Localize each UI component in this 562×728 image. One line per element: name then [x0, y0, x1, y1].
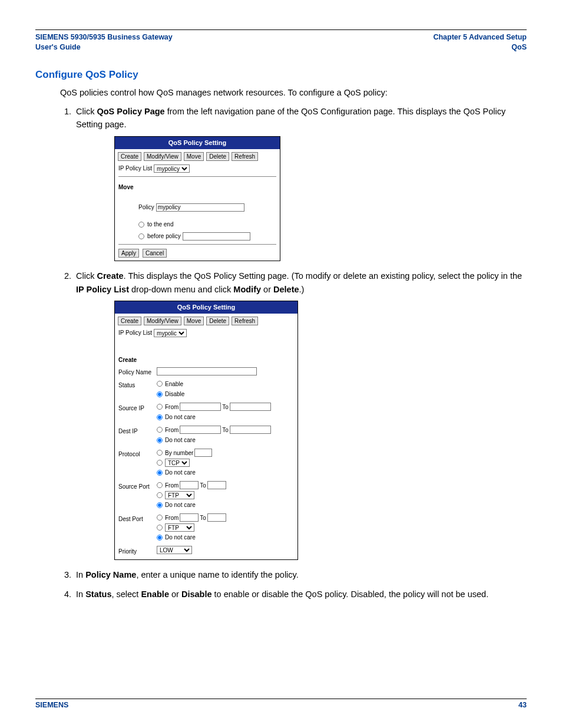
intro-text: QoS policies control how QoS manages net…	[60, 87, 527, 99]
dstip-from-radio[interactable]	[157, 427, 163, 433]
dstport-from-radio[interactable]	[157, 515, 163, 521]
policy-input[interactable]	[156, 203, 244, 212]
move-section-label: Move	[115, 179, 280, 193]
srcport-from-input[interactable]	[180, 481, 199, 489]
step-1: Click QoS Policy Page from the left navi…	[74, 105, 527, 261]
source-port-label: Source Port	[118, 481, 157, 492]
section-title: Configure QoS Policy	[35, 69, 527, 81]
srcport-ftp-radio[interactable]	[157, 492, 163, 498]
dstport-dnc-radio[interactable]	[157, 535, 163, 541]
page-footer: SIEMENS 43	[35, 699, 527, 709]
create-section-label: Create	[115, 352, 297, 366]
delete-button-2[interactable]: Delete	[206, 317, 229, 325]
srcip-from-input[interactable]	[180, 403, 221, 411]
proto-number-input[interactable]	[194, 449, 212, 457]
to-end-label: to the end	[147, 220, 173, 229]
policy-name-label: Policy Name	[118, 367, 157, 377]
priority-label: Priority	[118, 546, 157, 556]
header-left-2: User's Guide	[35, 42, 173, 52]
move-button[interactable]: Move	[184, 152, 204, 161]
footer-right: 43	[518, 701, 527, 709]
protocol-label: Protocol	[118, 449, 157, 459]
footer-left: SIEMENS	[35, 701, 68, 709]
to-end-radio[interactable]	[138, 222, 144, 228]
srcip-dnc-radio[interactable]	[157, 414, 163, 420]
dest-ip-label: Dest IP	[118, 426, 157, 436]
refresh-button-2[interactable]: Refresh	[232, 317, 258, 325]
dstport-select[interactable]: FTP	[165, 523, 194, 532]
ip-policy-list-select-2[interactable]: mypolic	[154, 329, 187, 337]
proto-tcp-radio[interactable]	[157, 460, 163, 466]
create-button-2[interactable]: Create	[118, 317, 141, 325]
priority-select[interactable]: LOW	[157, 546, 192, 554]
before-policy-radio[interactable]	[138, 233, 144, 239]
before-policy-label: before policy	[147, 232, 181, 241]
panel2-title: QoS Policy Setting	[115, 301, 297, 314]
proto-dnc-radio[interactable]	[157, 470, 163, 476]
cancel-button[interactable]: Cancel	[143, 249, 167, 258]
policy-name-input[interactable]	[157, 367, 257, 375]
status-label: Status	[118, 380, 157, 390]
delete-button[interactable]: Delete	[206, 152, 229, 161]
qos-policy-create-panel: QoS Policy Setting Create Modify/View Mo…	[114, 301, 298, 560]
dstip-dnc-radio[interactable]	[157, 437, 163, 443]
panel1-title: QoS Policy Setting	[115, 137, 280, 149]
ip-policy-list-select[interactable]: mypolicy	[154, 164, 190, 173]
qos-policy-move-panel: QoS Policy Setting Create Modify/View Mo…	[114, 136, 280, 262]
proto-bynum-radio[interactable]	[157, 450, 163, 456]
source-ip-label: Source IP	[118, 403, 157, 413]
before-policy-input[interactable]	[183, 232, 250, 241]
step-3: In Policy Name, enter a unique name to i…	[74, 568, 527, 581]
step-2: Click Create. This displays the QoS Poli…	[74, 269, 527, 560]
refresh-button[interactable]: Refresh	[232, 152, 258, 161]
srcport-select[interactable]: FTP	[165, 491, 194, 499]
step-4: In Status, select Enable or Disable to e…	[74, 588, 527, 601]
dstip-from-input[interactable]	[180, 426, 221, 434]
status-enable-radio[interactable]	[157, 381, 163, 387]
apply-button[interactable]: Apply	[118, 249, 139, 258]
srcip-to-input[interactable]	[230, 403, 271, 411]
dstport-to-input[interactable]	[207, 513, 226, 522]
header-right-1: Chapter 5 Advanced Setup	[433, 32, 527, 42]
srcport-from-radio[interactable]	[157, 482, 163, 488]
proto-select[interactable]: TCP	[165, 459, 190, 467]
modify-view-button-2[interactable]: Modify/View	[144, 317, 181, 325]
create-button[interactable]: Create	[118, 152, 141, 161]
dstip-to-input[interactable]	[230, 426, 271, 434]
ip-policy-list-label: IP Policy List	[118, 164, 152, 173]
srcport-to-input[interactable]	[207, 481, 226, 489]
srcip-from-radio[interactable]	[157, 404, 163, 410]
modify-view-button[interactable]: Modify/View	[144, 152, 181, 161]
dest-port-label: Dest Port	[118, 513, 157, 524]
status-disable-radio[interactable]	[157, 391, 163, 397]
page-header: SIEMENS 5930/5935 Business Gateway User'…	[35, 32, 527, 52]
ip-policy-list-label-2: IP Policy List	[118, 328, 152, 338]
dstport-from-input[interactable]	[180, 513, 199, 522]
header-right-2: QoS	[433, 42, 527, 52]
dstport-ftp-radio[interactable]	[157, 525, 163, 531]
srcport-dnc-radio[interactable]	[157, 502, 163, 508]
policy-label: Policy	[138, 203, 154, 212]
header-left-1: SIEMENS 5930/5935 Business Gateway	[35, 32, 173, 42]
move-button-2[interactable]: Move	[184, 317, 204, 325]
